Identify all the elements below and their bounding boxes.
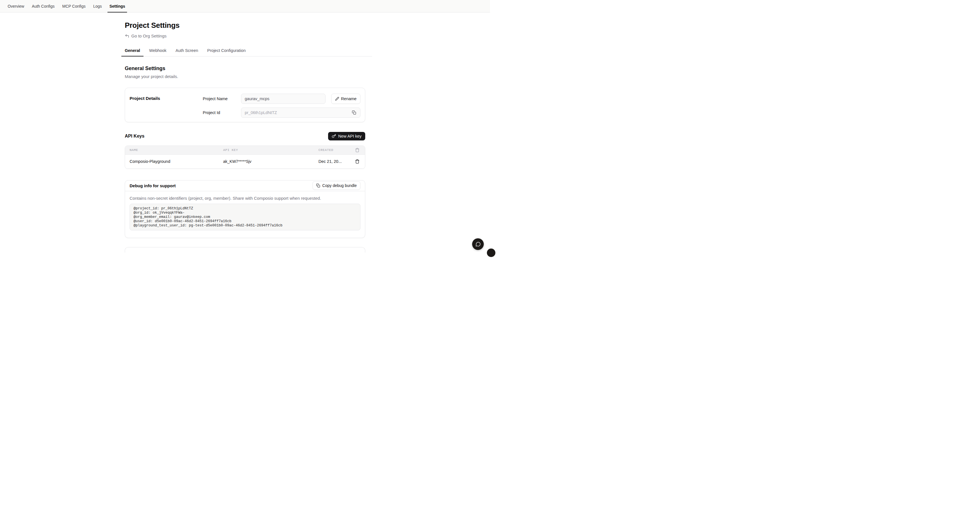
api-keys-table-header: NAME API KEY CREATED — [125, 146, 365, 155]
nav-item-mcp-configs[interactable]: MCP Configs — [60, 0, 88, 12]
project-details-card: Project Details Project Name gaurav_mcps… — [125, 88, 365, 122]
copy-debug-bundle-label: Copy debug bundle — [322, 183, 357, 188]
trash-icon — [355, 148, 360, 152]
code-line: @playground_test_user_id: pg-test-d5e001… — [134, 223, 356, 228]
copy-icon — [316, 183, 320, 188]
column-header-api-key: API KEY — [223, 148, 318, 152]
column-header-created: CREATED — [318, 148, 350, 152]
code-line: @project_id: pr_06th1pLdNtTZ — [134, 207, 356, 211]
tab-general[interactable]: General — [121, 45, 143, 56]
nav-item-auth-configs[interactable]: Auth Configs — [30, 0, 56, 12]
chat-support-button[interactable] — [472, 238, 484, 250]
debug-identifiers-code-block: @project_id: pr_06th1pLdNtTZ @org_id: ok… — [130, 204, 360, 230]
rename-button-label: Rename — [341, 96, 357, 101]
trash-icon — [355, 159, 360, 164]
go-to-org-settings-link[interactable]: Go to Org Settings — [125, 33, 167, 38]
page-title: Project Settings — [125, 21, 365, 30]
api-key-name: Composio-Playground — [125, 159, 223, 164]
api-key-value: ak_KW7*****Sjv — [223, 159, 318, 164]
new-api-key-label: New API key — [338, 134, 361, 139]
project-name-label: Project Name — [203, 96, 241, 101]
nav-item-overview[interactable]: Overview — [6, 0, 26, 12]
back-link-label: Go to Org Settings — [131, 33, 167, 38]
api-keys-table: NAME API KEY CREATED Composio-Playground… — [125, 145, 365, 169]
tab-webhook[interactable]: Webhook — [146, 45, 170, 56]
project-id-value: pr_06th1pLdNtTZ — [245, 110, 277, 115]
project-name-input[interactable]: gaurav_mcps — [241, 94, 326, 104]
project-details-title: Project Details — [130, 94, 203, 116]
code-line: @org_member_email: gaurav@inkeep.com — [134, 215, 356, 219]
debug-info-title: Debug info for support — [130, 183, 175, 188]
delete-api-key-button[interactable] — [355, 159, 360, 164]
next-section-card — [125, 247, 365, 253]
project-name-value: gaurav_mcps — [245, 96, 269, 101]
settings-tabs: General Webhook Auth Screen Project Conf… — [121, 45, 372, 56]
key-icon — [332, 134, 336, 138]
project-id-input: pr_06th1pLdNtTZ — [241, 108, 360, 118]
rename-button[interactable]: Rename — [331, 94, 360, 104]
column-header-actions — [350, 148, 365, 152]
pencil-icon — [335, 97, 339, 101]
new-api-key-button[interactable]: New API key — [328, 132, 365, 140]
code-line: @org_id: ok_jVveqqkYFWa- — [134, 211, 356, 215]
top-navigation: Overview Auth Configs MCP Configs Logs S… — [0, 0, 490, 13]
debug-info-description: Contains non-secret identifiers (project… — [130, 196, 360, 201]
chat-bubble-icon — [475, 241, 481, 247]
copy-icon — [352, 110, 356, 115]
project-name-row: Project Name gaurav_mcps Rename — [203, 94, 360, 104]
nav-item-logs[interactable]: Logs — [91, 0, 104, 12]
debug-info-header: Debug info for support Copy debug bundle — [125, 180, 365, 191]
tab-project-configuration[interactable]: Project Configuration — [204, 45, 249, 56]
code-line: @user_id: d5e001b0-09ac-46d2-8451-2694ff… — [134, 219, 356, 223]
debug-info-card: Debug info for support Copy debug bundle… — [125, 180, 365, 238]
settings-page: Project Settings Go to Org Settings Gene… — [125, 21, 365, 253]
project-id-row: Project Id pr_06th1pLdNtTZ — [203, 108, 360, 118]
nav-item-settings[interactable]: Settings — [107, 0, 127, 12]
tab-auth-screen[interactable]: Auth Screen — [172, 45, 202, 56]
corner-up-left-icon — [125, 34, 129, 38]
api-key-created: Dec 21, 20... — [318, 159, 350, 164]
project-id-label: Project Id — [203, 110, 241, 115]
api-keys-header: API Keys New API key — [125, 132, 365, 140]
secondary-widget-blob — [487, 249, 490, 253]
api-keys-heading: API Keys — [125, 134, 144, 139]
copy-project-id-button[interactable] — [352, 110, 357, 115]
general-settings-heading: General Settings — [125, 65, 365, 72]
api-key-row: Composio-Playground ak_KW7*****Sjv Dec 2… — [125, 155, 365, 169]
copy-debug-bundle-button[interactable]: Copy debug bundle — [312, 181, 360, 190]
general-settings-subheading: Manage your project details. — [125, 74, 365, 79]
column-header-name: NAME — [125, 148, 223, 152]
